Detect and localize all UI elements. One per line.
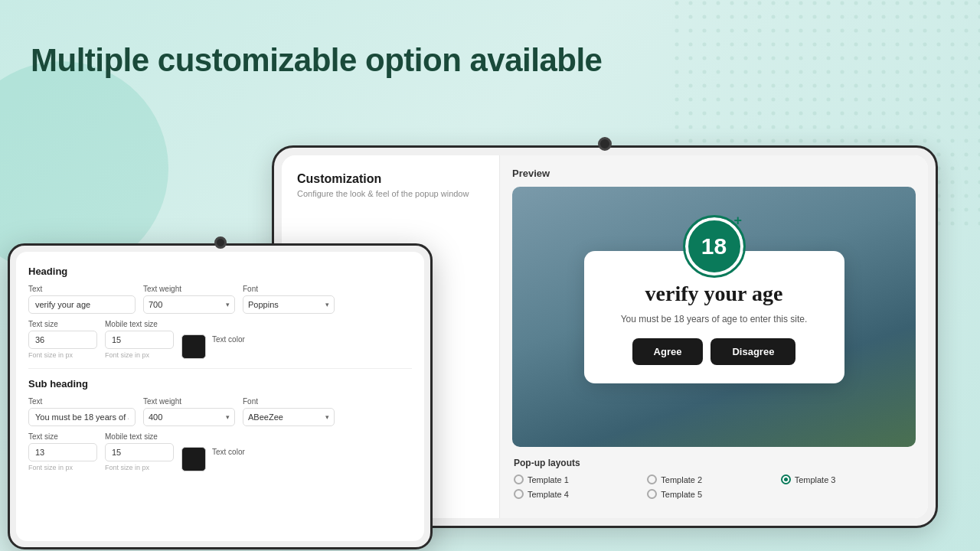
panel-title: Customization bbox=[297, 172, 484, 186]
subheading-weight-select[interactable]: 400 700 500 300 bbox=[143, 408, 235, 426]
heading-row1: Text Text weight 700 400 500 600 800 Fon… bbox=[28, 285, 412, 314]
age-modal: 18 + verify your age You must be 18 year… bbox=[584, 251, 844, 383]
heading-weight-group: Text weight 700 400 500 600 800 bbox=[143, 285, 235, 314]
radio-template2[interactable] bbox=[647, 474, 657, 484]
subheading-weight-group: Text weight 400 700 500 300 bbox=[143, 397, 235, 426]
heading-font-wrapper: Poppins Roboto Open Sans bbox=[243, 295, 335, 314]
heading-size-input[interactable] bbox=[28, 331, 97, 349]
modal-buttons: Agree Disagree bbox=[612, 338, 817, 365]
popup-layouts: Pop-up layouts Template 1 Template 2 Tem… bbox=[512, 458, 916, 499]
heading-mobile-size-group: Mobile text size Font size in px bbox=[105, 320, 174, 359]
subheading-size-hint: Font size in px bbox=[28, 464, 97, 471]
heading-size-label: Text size bbox=[28, 320, 97, 328]
subheading-mobile-size-input[interactable] bbox=[105, 443, 174, 461]
subheading-row1: Text Text weight 400 700 500 300 Font bbox=[28, 397, 412, 426]
heading-mobile-size-label: Mobile text size bbox=[105, 320, 174, 328]
subheading-font-label: Font bbox=[243, 397, 335, 406]
heading-color-swatch[interactable] bbox=[181, 334, 206, 359]
subheading-text-label: Text bbox=[28, 397, 136, 406]
template4-label: Template 4 bbox=[528, 490, 569, 499]
heading-weight-wrapper: 700 400 500 600 800 bbox=[143, 295, 235, 314]
subheading-mobile-size-group: Mobile text size Font size in px bbox=[105, 432, 174, 471]
subheading-section-title: Sub heading bbox=[28, 378, 412, 390]
template5-label: Template 5 bbox=[661, 490, 702, 499]
modal-heading: verify your age bbox=[612, 282, 817, 306]
front-tablet-screen: Heading Text Text weight 700 400 500 600… bbox=[16, 252, 424, 541]
template2-label: Template 2 bbox=[661, 475, 702, 484]
layout-option-template1[interactable]: Template 1 bbox=[514, 474, 647, 484]
preview-panel: Preview 18 + verify your age You must be… bbox=[500, 155, 928, 518]
heading-text-label: Text bbox=[28, 285, 136, 293]
subheading-color-label: Text color bbox=[212, 448, 245, 456]
subheading-color-swatch[interactable] bbox=[181, 447, 206, 471]
heading-weight-select[interactable]: 700 400 500 600 800 bbox=[143, 295, 235, 314]
radio-template5[interactable] bbox=[647, 489, 657, 499]
agree-button[interactable]: Agree bbox=[632, 338, 704, 365]
subheading-mobile-size-label: Mobile text size bbox=[105, 432, 174, 441]
template1-label: Template 1 bbox=[528, 475, 569, 484]
preview-label: Preview bbox=[512, 168, 916, 179]
subheading-font-wrapper: ABeeZee Roboto Open Sans bbox=[243, 408, 335, 426]
subheading-text-group: Text bbox=[28, 397, 136, 426]
heading-font-label: Font bbox=[243, 285, 335, 293]
layout-option-template4[interactable]: Template 4 bbox=[514, 489, 647, 499]
subheading-font-select[interactable]: ABeeZee Roboto Open Sans bbox=[243, 408, 335, 426]
heading-row2: Text size Font size in px Mobile text si… bbox=[28, 320, 412, 359]
subheading-text-input[interactable] bbox=[28, 408, 136, 426]
heading-mobile-size-hint: Font size in px bbox=[105, 351, 174, 359]
heading-text-group: Text bbox=[28, 285, 136, 314]
heading-color-label: Text color bbox=[212, 335, 245, 344]
disagree-button[interactable]: Disagree bbox=[710, 338, 795, 365]
layout-options: Template 1 Template 2 Template 3 Templat… bbox=[514, 474, 914, 499]
front-tablet: Heading Text Text weight 700 400 500 600… bbox=[8, 243, 433, 549]
subheading-mobile-size-hint: Font size in px bbox=[105, 464, 174, 471]
radio-template4[interactable] bbox=[514, 489, 524, 499]
subheading-row2: Text size Font size in px Mobile text si… bbox=[28, 432, 412, 471]
radio-template1[interactable] bbox=[514, 474, 524, 484]
subheading-weight-label: Text weight bbox=[143, 397, 235, 406]
front-tablet-camera bbox=[214, 236, 227, 249]
age-badge-plus: + bbox=[734, 213, 743, 229]
radio-template3[interactable] bbox=[781, 474, 791, 484]
section-divider bbox=[28, 368, 412, 369]
layout-option-template2[interactable]: Template 2 bbox=[647, 474, 780, 484]
heading-section-title: Heading bbox=[28, 266, 412, 277]
layout-option-template5[interactable]: Template 5 bbox=[647, 489, 780, 499]
subheading-weight-wrapper: 400 700 500 300 bbox=[143, 408, 235, 426]
template3-label: Template 3 bbox=[795, 475, 836, 484]
heading-size-hint: Font size in px bbox=[28, 351, 97, 359]
popup-layouts-title: Pop-up layouts bbox=[514, 458, 914, 468]
page-title: Multiple customizable option available bbox=[31, 42, 602, 79]
heading-font-group: Font Poppins Roboto Open Sans bbox=[243, 285, 335, 314]
preview-area: 18 + verify your age You must be 18 year… bbox=[512, 187, 916, 447]
heading-weight-label: Text weight bbox=[143, 285, 235, 293]
back-tablet-camera bbox=[598, 137, 612, 151]
panel-subtitle: Configure the look & feel of the popup w… bbox=[297, 189, 484, 198]
heading-size-group: Text size Font size in px bbox=[28, 320, 97, 359]
layout-option-template3[interactable]: Template 3 bbox=[781, 474, 914, 484]
modal-subtext: You must be 18 years of age to enter thi… bbox=[612, 314, 817, 324]
heading-color-group: Text color bbox=[181, 320, 245, 359]
subheading-font-group: Font ABeeZee Roboto Open Sans bbox=[243, 397, 335, 426]
subheading-size-input[interactable] bbox=[28, 443, 97, 461]
subheading-color-group: Text color bbox=[181, 432, 245, 471]
heading-font-select[interactable]: Poppins Roboto Open Sans bbox=[243, 295, 335, 314]
heading-mobile-size-input[interactable] bbox=[105, 331, 174, 349]
subheading-size-group: Text size Font size in px bbox=[28, 432, 97, 471]
subheading-size-label: Text size bbox=[28, 432, 97, 441]
heading-text-input[interactable] bbox=[28, 295, 136, 314]
